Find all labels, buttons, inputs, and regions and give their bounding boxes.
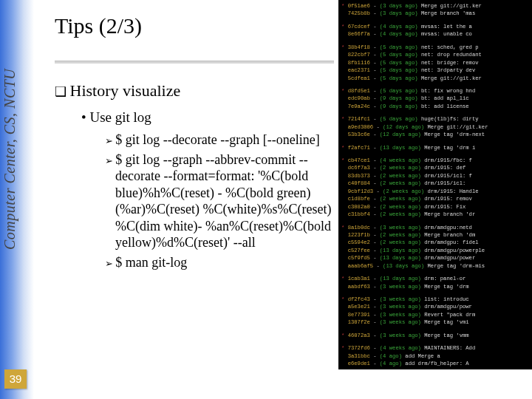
subsection: Use git log <box>81 109 335 126</box>
title-divider <box>55 61 334 64</box>
bullet-item: $ git log --graph --abbrev-commit --deco… <box>105 151 335 251</box>
org-label: Computer Center, CS, NCTU <box>1 6 18 250</box>
bullet-item: $ git log --decorate --graph [--oneline] <box>105 132 335 149</box>
section-heading: History visualize <box>55 81 335 100</box>
page-number: 39 <box>4 369 27 389</box>
slide-title: Tips (2/3) <box>55 13 142 38</box>
terminal-screenshot: * 0f51ae6 - (3 days ago) Merge git://git… <box>338 0 532 369</box>
bullet-item: $ man git-log <box>105 254 335 271</box>
slide-content: History visualize Use git log $ git log … <box>55 81 335 273</box>
sidebar: Computer Center, CS, NCTU 39 <box>0 0 34 399</box>
